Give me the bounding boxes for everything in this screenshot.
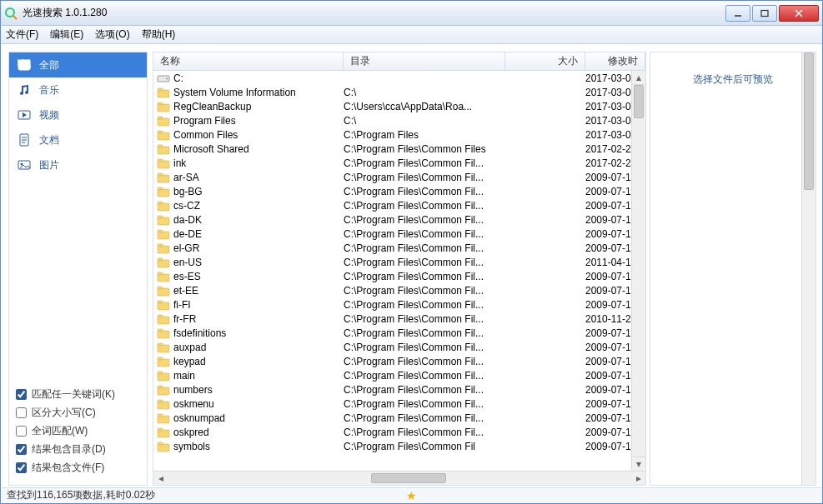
folder-icon: [157, 284, 170, 297]
results-list: 名称 目录 大小 修改时 C:2017-03-08 13:53:2System …: [153, 52, 646, 486]
table-row[interactable]: Program FilesC:\2017-03-08 13:53:: [153, 113, 645, 127]
svg-rect-39: [158, 246, 169, 253]
scroll-left-icon[interactable]: ◂: [153, 472, 168, 485]
table-row[interactable]: osknumpadC:\Program Files\Common Fil...2…: [153, 411, 645, 425]
menu-file[interactable]: 文件(F): [6, 27, 38, 42]
svg-rect-47: [158, 302, 169, 310]
row-name: ink: [173, 157, 344, 169]
col-size[interactable]: 大小: [505, 52, 585, 70]
sidebar-item-all[interactable]: ALL全部: [9, 52, 147, 77]
svg-rect-25: [158, 147, 169, 154]
sidebar-item-music[interactable]: 音乐: [9, 77, 147, 102]
filter-checkbox[interactable]: [16, 462, 27, 473]
maximize-button[interactable]: [752, 5, 777, 22]
row-name: RegCleanBackup: [173, 101, 344, 112]
filter-option-0[interactable]: 匹配任一关键词(K): [16, 385, 140, 403]
svg-line-1: [13, 16, 17, 19]
filter-option-4[interactable]: 结果包含文件(F): [16, 458, 140, 477]
star-icon[interactable]: ★: [406, 489, 417, 502]
row-dir: C:\Program Files: [344, 129, 505, 141]
table-row[interactable]: symbolsC:\Program Files\Common Fil2009-0…: [153, 439, 645, 453]
table-row[interactable]: en-USC:\Program Files\Common Fil...2011-…: [153, 255, 645, 269]
scroll-up-icon[interactable]: ▴: [632, 71, 645, 85]
horizontal-scrollbar[interactable]: ◂ ▸: [153, 471, 645, 485]
filter-checkbox[interactable]: [16, 389, 27, 400]
svg-rect-34: [158, 202, 163, 204]
table-row[interactable]: el-GRC:\Program Files\Common Fil...2009-…: [153, 241, 645, 255]
folder-icon: [157, 412, 170, 425]
filter-option-3[interactable]: 结果包含目录(D): [16, 440, 140, 458]
svg-rect-38: [158, 230, 163, 232]
table-row[interactable]: oskmenuC:\Program Files\Common Fil...200…: [153, 397, 645, 411]
table-row[interactable]: bg-BGC:\Program Files\Common Fil...2009-…: [153, 184, 645, 198]
row-name: fi-FI: [173, 299, 344, 311]
table-row[interactable]: C:2017-03-08 13:53:2: [153, 71, 645, 85]
vertical-scrollbar[interactable]: ▴ ▾: [631, 71, 645, 471]
row-name: fr-FR: [173, 313, 344, 325]
doc-icon: [18, 133, 31, 147]
table-row[interactable]: inkC:\Program Files\Common Fil...2017-02…: [153, 156, 645, 170]
menu-edit[interactable]: 编辑(E): [50, 27, 83, 42]
filter-checkbox[interactable]: [16, 407, 27, 418]
table-row[interactable]: cs-CZC:\Program Files\Common Fil...2009-…: [153, 198, 645, 212]
scroll-right-icon[interactable]: ▸: [631, 472, 645, 485]
table-row[interactable]: oskpredC:\Program Files\Common Fil...200…: [153, 425, 645, 439]
table-row[interactable]: et-EEC:\Program Files\Common Fil...2009-…: [153, 283, 645, 297]
table-row[interactable]: mainC:\Program Files\Common Fil...2009-0…: [153, 368, 645, 382]
row-dir: C:\Program Files\Common Fil...: [344, 271, 505, 282]
svg-rect-44: [158, 272, 163, 275]
menu-options[interactable]: 选项(O): [95, 27, 129, 42]
menu-help[interactable]: 帮助(H): [142, 27, 176, 42]
minimize-button[interactable]: [725, 5, 750, 22]
svg-rect-63: [158, 416, 169, 423]
row-dir: C:\Program Files\Common Fil...: [344, 412, 505, 424]
folder-icon: [157, 242, 170, 255]
table-row[interactable]: System Volume InformationC:\2017-03-08 1…: [153, 85, 645, 99]
image-icon: [18, 158, 31, 172]
folder-icon: [157, 369, 170, 382]
titlebar: 光速搜索 1.0.1.280: [1, 1, 822, 26]
filter-option-2[interactable]: 全词匹配(W): [16, 422, 140, 440]
column-header: 名称 目录 大小 修改时: [153, 52, 645, 71]
sidebar-item-doc[interactable]: 文档: [9, 127, 147, 152]
table-row[interactable]: fr-FRC:\Program Files\Common Fil...2010-…: [153, 312, 645, 326]
preview-scrollbar[interactable]: [801, 52, 815, 485]
scroll-thumb[interactable]: [634, 85, 644, 118]
hscroll-thumb[interactable]: [371, 473, 446, 483]
table-row[interactable]: es-ESC:\Program Files\Common Fil...2009-…: [153, 269, 645, 283]
col-name[interactable]: 名称: [153, 52, 344, 70]
preview-pane: 选择文件后可预览: [650, 52, 816, 486]
row-name: main: [173, 370, 344, 382]
table-row[interactable]: ar-SAC:\Program Files\Common Fil...2009-…: [153, 170, 645, 184]
folder-icon: [157, 185, 170, 198]
table-row[interactable]: Common FilesC:\Program Files2017-03-03 0…: [153, 127, 645, 142]
col-date[interactable]: 修改时: [585, 52, 645, 70]
table-row[interactable]: da-DKC:\Program Files\Common Fil...2009-…: [153, 212, 645, 227]
sidebar-item-video[interactable]: 视频: [9, 102, 147, 127]
preview-scroll-thumb[interactable]: [804, 52, 814, 190]
filter-label: 区分大小写(C): [32, 406, 96, 420]
filter-checkbox[interactable]: [16, 444, 27, 455]
table-row[interactable]: Microsoft SharedC:\Program Files\Common …: [153, 142, 645, 156]
table-row[interactable]: de-DEC:\Program Files\Common Fil...2009-…: [153, 227, 645, 241]
row-name: symbols: [173, 441, 344, 452]
row-dir: C:\Program Files\Common Fil...: [344, 313, 505, 325]
row-dir: C:\Program Files\Common Fil...: [344, 384, 505, 396]
table-row[interactable]: fsdefinitionsC:\Program Files\Common Fil…: [153, 326, 645, 340]
status-text: 查找到116,165项数据,耗时0.02秒: [7, 488, 155, 502]
sidebar-item-image[interactable]: 图片: [9, 152, 147, 177]
row-dir: C:\Program Files\Common Files: [344, 143, 505, 155]
scroll-down-icon[interactable]: ▾: [632, 457, 645, 471]
col-dir[interactable]: 目录: [344, 52, 505, 70]
table-row[interactable]: RegCleanBackupC:\Users\cca\AppData\Roa..…: [153, 99, 645, 113]
table-row[interactable]: numbersC:\Program Files\Common Fil...200…: [153, 382, 645, 397]
filter-checkbox[interactable]: [16, 426, 27, 437]
table-row[interactable]: keypadC:\Program Files\Common Fil...2009…: [153, 354, 645, 368]
filter-label: 结果包含文件(F): [32, 461, 104, 475]
close-button[interactable]: [779, 5, 819, 22]
row-dir: C:\Program Files\Common Fil...: [344, 242, 505, 254]
filter-label: 全词匹配(W): [32, 424, 88, 438]
table-row[interactable]: fi-FIC:\Program Files\Common Fil...2009-…: [153, 297, 645, 312]
table-row[interactable]: auxpadC:\Program Files\Common Fil...2009…: [153, 340, 645, 354]
filter-option-1[interactable]: 区分大小写(C): [16, 403, 140, 422]
